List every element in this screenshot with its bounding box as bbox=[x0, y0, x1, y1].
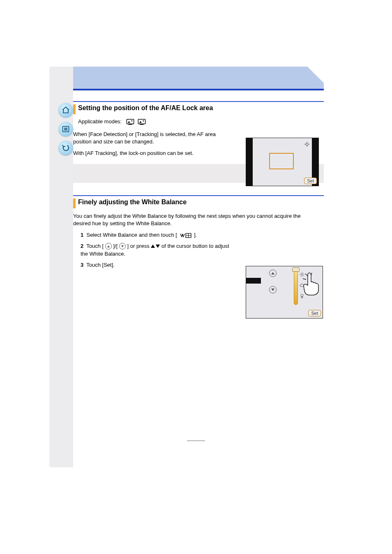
back-icon[interactable] bbox=[58, 141, 73, 155]
step-3-number: 3 bbox=[81, 262, 83, 268]
section-1-header: Setting the position of the AF/AE Lock a… bbox=[73, 104, 324, 114]
section-1-body-1: When [Face Detection] or [Tracking] is s… bbox=[73, 131, 229, 145]
mode-ia-icon bbox=[126, 118, 135, 126]
section-2-header: Finely adjusting the White Balance bbox=[73, 199, 324, 208]
chevron-down-icon bbox=[119, 243, 126, 249]
wb-slider-track[interactable] bbox=[294, 270, 298, 305]
section-2-intro: You can finely adjust the White Balance … bbox=[73, 212, 316, 227]
wb-adjust-figure: Set bbox=[246, 266, 323, 319]
section-1-body-2: With [AF Tracking], the lock-on position… bbox=[73, 150, 229, 157]
touch-hand-icon bbox=[300, 271, 322, 296]
sun-icon bbox=[304, 141, 309, 146]
section-banner bbox=[73, 67, 324, 90]
svg-rect-7 bbox=[128, 124, 132, 125]
step-2-text-c: ] or press bbox=[127, 243, 151, 249]
step-1-number: 1 bbox=[81, 232, 83, 238]
figure-side-bar bbox=[246, 138, 253, 186]
svg-rect-9 bbox=[138, 120, 145, 123]
svg-rect-11 bbox=[140, 124, 143, 125]
wb-adjust-icon bbox=[180, 231, 192, 239]
svg-rect-5 bbox=[127, 120, 134, 123]
figure-black-block bbox=[246, 278, 261, 284]
section-2-title: Finely adjusting the White Balance bbox=[78, 199, 187, 206]
step-2: 2 Touch [ ]/[ ] or press of the cursor b… bbox=[81, 242, 233, 258]
step-3-text: Touch [Set]. bbox=[86, 262, 115, 268]
svg-point-15 bbox=[306, 143, 308, 145]
arrow-up-icon[interactable] bbox=[269, 270, 277, 277]
step-1-text-b: ]. bbox=[194, 232, 197, 238]
home-icon[interactable] bbox=[58, 103, 73, 118]
section-rule bbox=[73, 101, 324, 102]
svg-point-10 bbox=[143, 120, 144, 122]
af-frame-icon bbox=[269, 153, 294, 169]
step-1: 1 Select White Balance and then touch [ … bbox=[81, 231, 324, 239]
wb-slider-knob[interactable] bbox=[292, 268, 300, 272]
orange-marker-icon bbox=[73, 199, 76, 208]
orange-marker-icon bbox=[73, 104, 76, 114]
af-area-figure: Set bbox=[246, 138, 319, 186]
cursor-updown-icon bbox=[151, 245, 160, 248]
set-button-label: Set bbox=[311, 311, 318, 316]
section-rule bbox=[73, 195, 324, 196]
arrow-down-icon[interactable] bbox=[269, 286, 277, 293]
figure-set-button[interactable]: Set bbox=[304, 178, 317, 184]
figure-set-button[interactable]: Set bbox=[308, 310, 321, 316]
footer-rule bbox=[187, 441, 205, 441]
svg-point-6 bbox=[131, 120, 132, 122]
menu-icon[interactable] bbox=[58, 122, 73, 136]
set-button-label: Set bbox=[307, 178, 314, 183]
step-2-text-a: Touch [ bbox=[86, 243, 104, 249]
step-2-number: 2 bbox=[81, 243, 83, 249]
section-1-title: Setting the position of the AF/AE Lock a… bbox=[78, 104, 213, 112]
applicable-modes-row: Applicable modes: bbox=[78, 118, 324, 126]
step-1-text-a: Select White Balance and then touch [ bbox=[86, 232, 177, 238]
applicable-label: Applicable modes: bbox=[78, 118, 122, 125]
chevron-up-icon bbox=[105, 243, 112, 249]
step-2-text-b: ]/[ bbox=[113, 243, 118, 249]
svg-rect-30 bbox=[302, 297, 303, 298]
mode-iaplus-icon bbox=[137, 118, 146, 126]
nav-icon-column bbox=[58, 103, 73, 155]
